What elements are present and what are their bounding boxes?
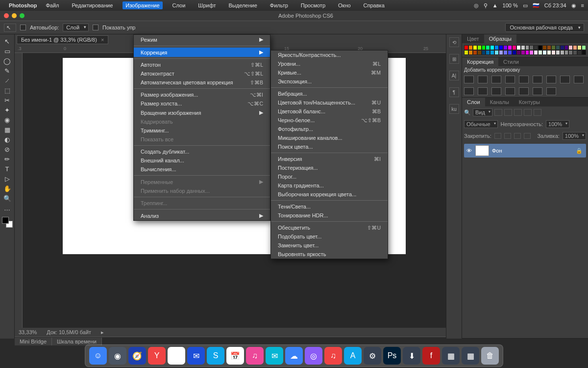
tool-preset-icon[interactable]: ↖ [4, 24, 16, 32]
swatch[interactable] [464, 50, 468, 55]
menu-item[interactable]: Черно-белое...⌥⇧⌘B [271, 116, 388, 125]
menu-слои[interactable]: Слои [170, 1, 189, 9]
swatch[interactable] [473, 45, 477, 50]
dock-app[interactable]: ♫ [246, 347, 264, 365]
swatch[interactable] [521, 50, 525, 55]
adj-photo[interactable] [574, 76, 584, 83]
swatch[interactable] [512, 50, 516, 55]
menu-item[interactable]: Инверсия⌘I [271, 155, 388, 163]
swatch[interactable] [529, 45, 534, 50]
menu-item[interactable]: Выборочная коррекция цвета... [271, 190, 388, 199]
kuler-icon[interactable]: ku [449, 104, 459, 114]
dock-app[interactable]: Ps [383, 347, 401, 365]
close-window[interactable] [4, 13, 9, 18]
adj-balance[interactable] [546, 76, 556, 83]
dock-app[interactable]: ▦ [442, 347, 460, 365]
swatch[interactable] [556, 50, 560, 55]
swatch[interactable] [490, 45, 494, 50]
adj-exposure[interactable] [505, 76, 515, 83]
status-arrow-icon[interactable]: ▸ [101, 329, 104, 336]
swatch[interactable] [468, 45, 473, 50]
swatch[interactable] [508, 45, 512, 50]
menu-item[interactable]: Вращение изображения▶ [134, 108, 270, 117]
bluetooth-icon[interactable]: ⚲ [484, 2, 488, 9]
swatch[interactable] [573, 50, 577, 55]
tool[interactable]: 🔍 [1, 193, 13, 203]
menu-item[interactable]: Автоматическая цветовая коррекция⇧⌘B [134, 78, 270, 87]
swatch[interactable] [464, 45, 468, 50]
adjustments-tab[interactable]: Коррекция [462, 57, 498, 66]
dock-app[interactable]: ⚙ [364, 347, 381, 365]
menu-item[interactable]: Вычисления... [134, 165, 270, 174]
swatch[interactable] [556, 45, 560, 50]
swatch[interactable] [538, 45, 542, 50]
menu-item[interactable]: Порог... [271, 172, 388, 181]
swatch[interactable] [560, 45, 564, 50]
swatch[interactable] [547, 50, 551, 55]
swatch[interactable] [577, 45, 582, 50]
fg-color[interactable] [2, 217, 9, 224]
workspace-selector[interactable]: Основная рабочая среда [505, 23, 584, 32]
menu-окно[interactable]: Окно [335, 1, 354, 9]
swatch[interactable] [538, 50, 542, 55]
lock-pos[interactable] [514, 133, 521, 139]
tool[interactable]: ✎ [1, 66, 13, 76]
dock-app[interactable]: f [422, 347, 440, 365]
swatch[interactable] [482, 45, 486, 50]
menu-item[interactable]: Создать дубликат... [134, 147, 270, 156]
wifi-icon[interactable]: ▲ [492, 2, 498, 8]
minimize-window[interactable] [12, 13, 17, 18]
swatch[interactable] [490, 50, 494, 55]
tool[interactable]: ◐ [1, 134, 13, 144]
adj-hue[interactable] [533, 76, 542, 83]
swatch[interactable] [477, 50, 482, 55]
swatch[interactable] [468, 50, 473, 55]
adj-poster[interactable] [505, 87, 515, 95]
maximize-window[interactable] [20, 13, 24, 18]
tool[interactable]: ⬚ [1, 85, 13, 95]
dock-app[interactable]: ✉ [266, 347, 283, 365]
swatch[interactable] [516, 45, 521, 50]
filter-kind[interactable]: Вид [473, 108, 492, 116]
swatch[interactable] [577, 50, 582, 55]
filter-smart[interactable] [534, 109, 541, 116]
swatch[interactable] [516, 50, 521, 55]
adj-invert[interactable] [491, 87, 501, 95]
menu-item[interactable]: Уровни...⌘L [271, 59, 388, 68]
menu-item[interactable]: Коррекция▶ [134, 48, 270, 57]
lock-pixels[interactable] [504, 133, 511, 139]
menu-item[interactable]: Выровнять яркость [271, 250, 388, 259]
filter-shape[interactable] [524, 109, 532, 116]
menu-item[interactable]: Подобрать цвет... [271, 232, 388, 241]
dock-app[interactable]: ▦ [462, 347, 479, 365]
swatch[interactable] [525, 45, 530, 50]
blend-mode[interactable]: Обычные [464, 120, 498, 128]
menu-item[interactable]: Обесцветить⇧⌘U [271, 223, 388, 232]
menu-icon[interactable]: ≡ [581, 2, 584, 8]
properties-icon[interactable]: ⊞ [449, 54, 459, 64]
menu-item[interactable]: Тонирование HDR... [271, 211, 388, 220]
menu-item[interactable]: Режим▶ [134, 35, 270, 44]
swatch[interactable] [482, 50, 486, 55]
tool[interactable]: ◉ [1, 115, 13, 125]
channels-tab[interactable]: Каналы [485, 98, 514, 106]
swatch[interactable] [477, 45, 482, 50]
ruler-vertical[interactable] [15, 53, 23, 328]
menu-item[interactable]: Тени/Света... [271, 202, 388, 211]
tool[interactable]: ✋ [1, 184, 13, 193]
swatch[interactable] [551, 50, 556, 55]
dock-app[interactable]: ☺ [89, 347, 107, 365]
adj-brightness[interactable] [464, 76, 474, 83]
menu-item[interactable]: Цветовой баланс...⌘B [271, 107, 388, 116]
app-name[interactable]: Photoshop [9, 2, 37, 8]
history-icon[interactable]: ⟲ [449, 37, 459, 47]
menu-item[interactable]: Внешний канал... [134, 156, 270, 165]
swatch[interactable] [564, 45, 569, 50]
tool[interactable]: ▦ [1, 125, 13, 134]
color-swatches[interactable] [2, 217, 13, 228]
menu-item[interactable]: Анализ▶ [134, 211, 270, 220]
tool[interactable]: ⟋ [1, 76, 13, 85]
swatch[interactable] [560, 50, 564, 55]
lock-icon[interactable]: 🔒 [576, 148, 583, 154]
clock[interactable]: Сб 23:34 [544, 2, 566, 8]
